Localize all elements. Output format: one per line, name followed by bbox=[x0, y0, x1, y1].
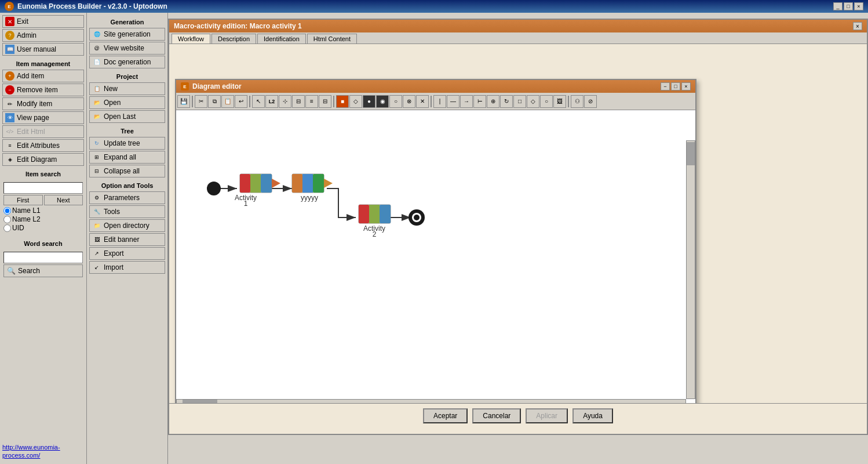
item-search-input[interactable] bbox=[3, 182, 83, 194]
aceptar-button[interactable]: Aceptar bbox=[423, 408, 468, 423]
radio-name-l2[interactable]: Name L2 bbox=[3, 215, 83, 223]
yyyyy-node[interactable] bbox=[292, 174, 333, 193]
options-header: Option and Tools bbox=[89, 181, 165, 190]
tb-join-btn[interactable]: → bbox=[460, 95, 473, 108]
diag-minimize-btn[interactable]: − bbox=[661, 82, 670, 90]
aplicar-button[interactable]: Aplicar bbox=[526, 408, 568, 423]
tb-arrow-btn[interactable]: — bbox=[447, 95, 459, 108]
tb-save-btn[interactable]: 💾 bbox=[177, 95, 190, 108]
add-icon: + bbox=[5, 71, 14, 81]
add-item-button[interactable]: + Add item bbox=[2, 70, 84, 82]
title-bar-controls: _ □ × bbox=[833, 2, 863, 10]
site-generation-button[interactable]: 🌐 Site generation bbox=[89, 28, 165, 41]
diagram-title: Diagram editor bbox=[192, 82, 242, 90]
tb-pointer-btn[interactable]: ↖ bbox=[252, 95, 265, 108]
tb-copy-btn[interactable]: ⧉ bbox=[208, 95, 221, 108]
tab-description[interactable]: Description bbox=[211, 34, 256, 44]
vscroll-thumb[interactable] bbox=[687, 142, 695, 165]
diag-maximize-btn[interactable]: □ bbox=[671, 82, 680, 90]
tb-image-btn[interactable]: 🖼 bbox=[553, 95, 566, 108]
collapse-all-button[interactable]: ⊟ Collapse all bbox=[89, 165, 165, 177]
start-node[interactable] bbox=[207, 182, 221, 195]
tb-fork-btn[interactable]: ⊢ bbox=[473, 95, 486, 108]
tb-l2-btn[interactable]: L2 bbox=[265, 95, 278, 108]
item-search-header: Item search bbox=[2, 169, 84, 179]
macro-bottom-buttons: Aceptar Cancelar Aplicar Ayuda bbox=[169, 403, 867, 428]
diagram-toolbar: 💾 ✂ ⧉ 📋 ↩ ↖ L2 ⊹ ⊟ ≡ ⊟ ■ bbox=[176, 93, 695, 110]
first-button[interactable]: First bbox=[3, 195, 43, 205]
tb-box-btn[interactable]: □ bbox=[513, 95, 526, 108]
tb-paste-btn[interactable]: 📋 bbox=[221, 95, 234, 108]
svg-rect-5 bbox=[240, 174, 250, 193]
ayuda-button[interactable]: Ayuda bbox=[572, 408, 613, 423]
word-search-input[interactable] bbox=[3, 252, 83, 263]
tb-align-btn[interactable]: ≡ bbox=[305, 95, 318, 108]
tb-xgate-btn[interactable]: ✕ bbox=[416, 95, 429, 108]
tb-diamond-btn[interactable]: ◇ bbox=[349, 95, 362, 108]
tb-connect-btn[interactable]: ⚇ bbox=[571, 95, 583, 108]
modify-item-button[interactable]: ✏ Modify item bbox=[2, 97, 84, 110]
tab-identification[interactable]: Identification bbox=[257, 34, 306, 44]
activity1-node[interactable] bbox=[240, 174, 280, 193]
import-button[interactable]: ↙ Import bbox=[89, 261, 165, 274]
exit-button[interactable]: ✕ Exit bbox=[2, 15, 84, 28]
tb-decision-btn[interactable]: ◇ bbox=[527, 95, 539, 108]
content-area: Name L1 Macro Name L2 Empty ! Macro-acti… bbox=[168, 13, 868, 464]
new-button[interactable]: 📋 New bbox=[89, 82, 165, 95]
admin-button[interactable]: ? Admin bbox=[2, 29, 84, 42]
tb-sync-btn[interactable]: ⊕ bbox=[487, 95, 499, 108]
tab-workflow[interactable]: Workflow bbox=[172, 34, 210, 44]
update-tree-button[interactable]: ↻ Update tree bbox=[89, 137, 165, 150]
tab-html-content[interactable]: Html Content bbox=[307, 34, 357, 44]
radio-name-l1[interactable]: Name L1 bbox=[3, 206, 83, 215]
export-icon: ↗ bbox=[92, 249, 101, 258]
tb-end-btn[interactable]: ◉ bbox=[376, 95, 389, 108]
activity2-node[interactable] bbox=[359, 205, 391, 223]
tb-grid-btn[interactable]: ⊟ bbox=[292, 95, 305, 108]
tb-circle-btn[interactable]: ○ bbox=[389, 95, 402, 108]
search-radio-group: Name L1 Name L2 UID bbox=[3, 206, 83, 232]
view-page-button[interactable]: 👁 View page bbox=[2, 111, 84, 124]
remove-item-button[interactable]: − Remove item bbox=[2, 84, 84, 96]
middle-panel: Generation 🌐 Site generation @ View webs… bbox=[87, 13, 168, 464]
tb-cross-btn[interactable]: ⊗ bbox=[403, 95, 415, 108]
website-link[interactable]: http://www.eunomia-process.com/ bbox=[2, 444, 60, 459]
next-button[interactable]: Next bbox=[44, 195, 83, 205]
doc-generation-button[interactable]: 📄 Doc generation bbox=[89, 56, 165, 68]
tools-button[interactable]: 🔧 Tools bbox=[89, 205, 165, 218]
tb-oval-btn[interactable]: ○ bbox=[540, 95, 553, 108]
view-website-button[interactable]: @ View website bbox=[89, 42, 165, 55]
open-last-button[interactable]: 📂 Open Last bbox=[89, 110, 165, 123]
close-btn[interactable]: × bbox=[854, 2, 863, 10]
cancelar-button[interactable]: Cancelar bbox=[472, 408, 521, 423]
edit-diagram-button[interactable]: ◈ Edit Diagram bbox=[2, 153, 84, 166]
diagram-vscroll[interactable] bbox=[686, 140, 695, 399]
open-directory-button[interactable]: 📁 Open directory bbox=[89, 219, 165, 232]
edit-banner-button[interactable]: 🖼 Edit banner bbox=[89, 233, 165, 246]
tb-sep3 bbox=[333, 96, 334, 107]
tb-align2-btn[interactable]: ⊟ bbox=[319, 95, 331, 108]
diag-close-btn[interactable]: × bbox=[681, 82, 691, 90]
view-web-icon: @ bbox=[92, 44, 101, 53]
tb-loop-btn[interactable]: ↻ bbox=[500, 95, 513, 108]
tb-start-btn[interactable]: ● bbox=[363, 95, 375, 108]
maximize-btn[interactable]: □ bbox=[844, 2, 853, 10]
parameters-button[interactable]: ⚙ Parameters bbox=[89, 191, 165, 204]
tb-fill-btn[interactable]: ■ bbox=[336, 95, 349, 108]
tb-select-btn[interactable]: ⊹ bbox=[279, 95, 291, 108]
search-button[interactable]: 🔍 Search bbox=[3, 264, 83, 277]
macro-close-btn[interactable]: × bbox=[853, 22, 862, 30]
minimize-btn[interactable]: _ bbox=[833, 2, 843, 10]
diagram-editor-window: E Diagram editor − □ × 💾 ✂ bbox=[175, 79, 696, 409]
tb-cut-btn[interactable]: ✂ bbox=[195, 95, 207, 108]
tb-undo-btn[interactable]: ↩ bbox=[235, 95, 247, 108]
tb-disconnect-btn[interactable]: ⊘ bbox=[584, 95, 597, 108]
edit-attributes-button[interactable]: ≡ Edit Attributes bbox=[2, 139, 84, 152]
tb-line-btn[interactable]: | bbox=[433, 95, 446, 108]
user-manual-button[interactable]: 📖 User manual bbox=[2, 43, 84, 56]
export-button[interactable]: ↗ Export bbox=[89, 247, 165, 260]
edit-html-button[interactable]: </> Edit Html bbox=[2, 125, 84, 138]
radio-uid[interactable]: UID bbox=[3, 224, 83, 232]
open-button[interactable]: 📂 Open bbox=[89, 96, 165, 109]
expand-all-button[interactable]: ⊞ Expand all bbox=[89, 151, 165, 164]
